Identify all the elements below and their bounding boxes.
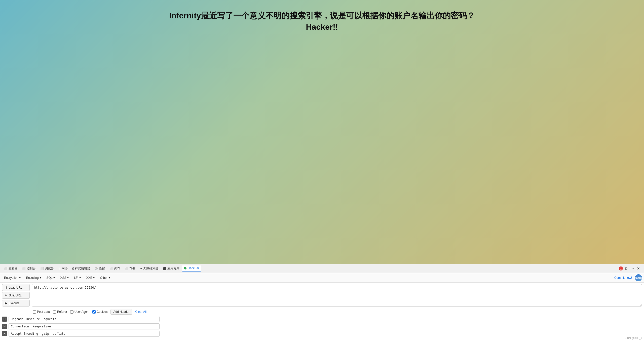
xxe-arrow-icon: ▼ xyxy=(93,277,95,279)
execute-button[interactable]: ▶ Execute xyxy=(2,300,30,307)
devtools-tab-style-editor[interactable]: {} 样式编辑器 xyxy=(70,265,92,272)
main-page: Infernity最近写了一个意义不明的搜索引擎，说是可以根据你的账户名输出你的… xyxy=(0,0,644,264)
execute-icon: ▶ xyxy=(5,301,7,305)
devtools-tab-debugger[interactable]: ⬜ 调试器 xyxy=(38,265,56,272)
hackbar-logo: HackB xyxy=(635,274,642,281)
hackbar-options: Post data Referer User Agent Cookies Add… xyxy=(0,308,644,316)
page-title: Infernity最近写了一个意义不明的搜索引擎，说是可以根据你的账户名输出你的… xyxy=(169,10,475,33)
xxe-menu[interactable]: XXE ▼ xyxy=(84,275,97,280)
memory-icon: ⬜ xyxy=(110,267,113,270)
lfi-menu[interactable]: LFI ▼ xyxy=(72,275,83,280)
console-icon: ⬜ xyxy=(22,267,26,270)
commit-link[interactable]: Commit now! xyxy=(614,276,632,280)
user-agent-check[interactable] xyxy=(70,310,73,314)
header-badge-0: H xyxy=(2,317,7,322)
inspector-icon: ⬜ xyxy=(4,267,8,270)
hackbar-action-buttons: ⬆ Load URL ✂ Split URL ▶ Execute xyxy=(2,284,30,307)
close-devtools-button[interactable]: ✕ xyxy=(636,265,641,271)
load-url-icon: ⬆ xyxy=(5,286,8,289)
header-row-1: H xyxy=(2,323,642,329)
lfi-arrow-icon: ▼ xyxy=(79,277,81,279)
devtools-right-controls: 1 ⧉ ⋯ ✕ xyxy=(619,265,642,272)
header-badge-2: H xyxy=(2,331,7,336)
clear-all-link[interactable]: Clear All xyxy=(135,310,147,314)
sql-menu[interactable]: SQL ▼ xyxy=(45,275,57,280)
devtools-toolbar: ⬜ 查看器 ⬜ 控制台 ⬜ 调试器 ⇅ 网络 {} 样式编辑器 ⌚ 性能 ⬜ 内… xyxy=(0,264,644,273)
post-data-check[interactable] xyxy=(33,310,36,314)
devtools-tab-console[interactable]: ⬜ 控制台 xyxy=(20,265,38,272)
xss-arrow-icon: ▼ xyxy=(67,277,69,279)
xss-menu[interactable]: XSS ▼ xyxy=(58,275,71,280)
header-input-1[interactable] xyxy=(9,323,160,329)
encoding-menu[interactable]: Encoding ▼ xyxy=(24,275,44,280)
hackbar-dot-icon xyxy=(184,267,186,269)
header-row-0: H xyxy=(2,316,642,322)
hackbar-menu: Encryption ▼ Encoding ▼ SQL ▼ XSS ▼ LFI … xyxy=(0,273,644,283)
debugger-icon: ⬜ xyxy=(40,267,44,270)
split-url-button[interactable]: ✂ Split URL xyxy=(2,292,30,299)
devtools-tab-memory[interactable]: ⬜ 内存 xyxy=(108,265,122,272)
other-menu[interactable]: Other ▼ xyxy=(98,275,112,280)
footer-text: CSDN @inD0_0 xyxy=(624,337,642,339)
other-arrow-icon: ▼ xyxy=(108,277,110,279)
header-input-2[interactable] xyxy=(9,331,160,337)
accessibility-icon: ✦ xyxy=(140,267,142,270)
split-url-icon: ✂ xyxy=(5,293,8,297)
user-agent-checkbox[interactable]: User Agent xyxy=(70,310,89,314)
encryption-arrow-icon: ▼ xyxy=(19,277,21,279)
devtools-tab-storage[interactable]: ⬜ 存储 xyxy=(123,265,137,272)
cookies-checkbox[interactable]: Cookies xyxy=(92,310,107,314)
devtools-tab-performance[interactable]: ⌚ 性能 xyxy=(93,265,107,272)
post-data-checkbox[interactable]: Post data xyxy=(33,310,50,314)
application-icon: ⬛ xyxy=(163,267,166,270)
load-url-button[interactable]: ⬆ Load URL xyxy=(2,284,30,291)
referer-checkbox[interactable]: Referer xyxy=(53,310,67,314)
sql-arrow-icon: ▼ xyxy=(53,277,55,279)
more-tools-button[interactable]: ⋯ xyxy=(629,265,635,271)
add-header-button[interactable]: Add Header xyxy=(110,309,132,315)
style-icon: {} xyxy=(72,267,74,270)
network-icon: ⇅ xyxy=(58,267,61,270)
header-badge-1: H xyxy=(2,324,7,329)
devtools-tab-inspector[interactable]: ⬜ 查看器 xyxy=(2,265,20,272)
devtools-tab-hackbar[interactable]: HackBar xyxy=(182,265,201,271)
hackbar-content: ⬆ Load URL ✂ Split URL ▶ Execute http://… xyxy=(0,283,644,308)
encryption-menu[interactable]: Encryption ▼ xyxy=(2,275,23,280)
encoding-arrow-icon: ▼ xyxy=(39,277,42,279)
referer-check[interactable] xyxy=(53,310,56,314)
notification-badge: 1 xyxy=(619,266,623,270)
storage-icon: ⬜ xyxy=(125,267,128,270)
performance-icon: ⌚ xyxy=(95,267,98,270)
header-rows: H H H xyxy=(0,316,644,340)
devtools-tab-network[interactable]: ⇅ 网络 xyxy=(56,265,70,272)
url-input[interactable]: http://challenge.qsnctf.com:32230/ xyxy=(32,284,642,307)
hackbar-panel: Encryption ▼ Encoding ▼ SQL ▼ XSS ▼ LFI … xyxy=(0,273,644,340)
devtools-tab-accessibility[interactable]: ✦ 无障碍环境 xyxy=(138,265,160,272)
dock-button[interactable]: ⧉ xyxy=(624,265,628,272)
header-row-2: H xyxy=(2,331,642,337)
cookies-check[interactable] xyxy=(92,310,96,314)
devtools-tab-application[interactable]: ⬛ 应用程序 xyxy=(161,265,181,272)
header-input-0[interactable] xyxy=(9,316,160,322)
